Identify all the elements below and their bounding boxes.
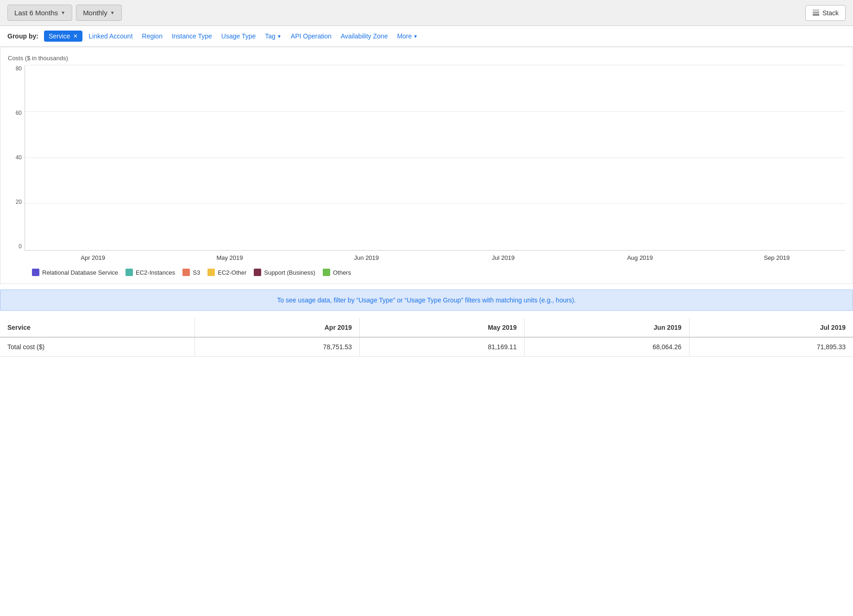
time-range-label: Last 6 Months (14, 9, 58, 17)
month-label-4: Aug 2019 (571, 251, 708, 261)
legend-color-ec2 (125, 269, 133, 276)
gridline-80 (25, 65, 845, 65)
chart-bars-area (25, 65, 845, 251)
y-tick-20: 20 (8, 199, 22, 205)
granularity-label: Monthly (83, 9, 107, 17)
bar-group-0 (25, 65, 162, 250)
y-axis: 0 20 40 60 80 (8, 65, 25, 251)
filter-more[interactable]: More ▼ (394, 31, 420, 42)
gridline-20 (25, 203, 845, 204)
legend-color-rds (32, 269, 39, 276)
table-header-row: Service Apr 2019 May 2019 Jun 2019 Jul 2… (0, 318, 853, 337)
month-label-1: May 2019 (161, 251, 298, 261)
chart-legend: Relational Database Service EC2-Instance… (8, 261, 845, 283)
groupby-row: Group by: Service ✕ Linked Account Regio… (0, 26, 853, 47)
legend-label-ec2other: EC2-Other (218, 269, 246, 276)
legend-color-support (254, 269, 261, 276)
month-label-3: Jul 2019 (435, 251, 571, 261)
table-row: Total cost ($)78,751.5381,169.1168,064.2… (0, 337, 853, 357)
month-label-0: Apr 2019 (25, 251, 161, 261)
col-may: May 2019 (359, 318, 524, 337)
y-tick-40: 40 (8, 154, 22, 161)
legend-rds: Relational Database Service (32, 269, 118, 276)
stack-label: Stack (822, 9, 839, 17)
tag-caret: ▼ (277, 34, 282, 39)
chart-section: Costs ($ in thousands) 0 20 40 60 80 Apr… (0, 47, 853, 284)
info-banner: To see usage data, filter by “Usage Type… (0, 289, 853, 311)
filter-usage-type[interactable]: Usage Type (219, 31, 258, 42)
col-apr: Apr 2019 (195, 318, 360, 337)
y-tick-0: 0 (8, 243, 22, 250)
cell-apr-0: 78,751.53 (195, 337, 360, 357)
col-jun: Jun 2019 (524, 318, 689, 337)
cell-jul-0: 71,895.33 (689, 337, 853, 357)
legend-color-s3 (182, 269, 190, 276)
gridline-60 (25, 111, 845, 112)
chart-wrapper: 0 20 40 60 80 Apr 2019May 2019Jun 2019Ju… (8, 65, 845, 261)
legend-label-others: Others (333, 269, 351, 276)
legend-label-rds: Relational Database Service (42, 269, 118, 276)
bar-group-2 (298, 65, 435, 250)
groupby-remove-tag[interactable]: ✕ (73, 33, 78, 39)
stack-button[interactable]: Stack (805, 5, 846, 21)
bar-group-3 (435, 65, 572, 250)
toolbar: Last 6 Months ▼ Monthly ▼ Stack (0, 0, 853, 26)
bar-group-1 (162, 65, 298, 250)
col-jul: Jul 2019 (689, 318, 853, 337)
time-range-dropdown[interactable]: Last 6 Months ▼ (7, 5, 72, 21)
granularity-caret: ▼ (110, 10, 115, 15)
filter-api-operation[interactable]: API Operation (288, 31, 334, 42)
cell-service-0: Total cost ($) (0, 337, 195, 357)
filter-instance-type[interactable]: Instance Type (169, 31, 215, 42)
legend-label-ec2: EC2-Instances (136, 269, 175, 276)
toolbar-left: Last 6 Months ▼ Monthly ▼ (7, 5, 122, 21)
legend-support: Support (Business) (254, 269, 315, 276)
filter-linked-account[interactable]: Linked Account (86, 31, 136, 42)
bar-group-4 (572, 65, 709, 250)
data-table: Service Apr 2019 May 2019 Jun 2019 Jul 2… (0, 318, 853, 357)
svg-rect-0 (813, 14, 819, 16)
legend-s3: S3 (182, 269, 200, 276)
chart-y-label: Costs ($ in thousands) (8, 55, 845, 62)
y-tick-60: 60 (8, 110, 22, 116)
y-tick-80: 80 (8, 65, 22, 72)
info-banner-text: To see usage data, filter by “Usage Type… (277, 296, 576, 304)
filter-tag[interactable]: Tag ▼ (262, 31, 284, 42)
legend-label-support: Support (Business) (264, 269, 315, 276)
granularity-dropdown[interactable]: Monthly ▼ (76, 5, 121, 21)
filter-region[interactable]: Region (139, 31, 165, 42)
bar-group-5 (709, 65, 845, 250)
legend-ec2other: EC2-Other (207, 269, 246, 276)
groupby-active-tag[interactable]: Service ✕ (44, 31, 82, 42)
time-range-caret: ▼ (61, 10, 65, 15)
groupby-active-tag-label: Service (49, 32, 70, 40)
col-service: Service (0, 318, 195, 337)
svg-rect-2 (813, 9, 819, 11)
chart-plot: Apr 2019May 2019Jun 2019Jul 2019Aug 2019… (25, 65, 845, 261)
legend-color-ec2other (207, 269, 215, 276)
legend-label-s3: S3 (193, 269, 200, 276)
svg-rect-1 (813, 12, 819, 13)
cell-jun-0: 68,064.26 (524, 337, 689, 357)
month-label-2: Jun 2019 (298, 251, 435, 261)
groupby-label: Group by: (7, 32, 38, 40)
legend-ec2: EC2-Instances (125, 269, 175, 276)
month-label-5: Sep 2019 (709, 251, 845, 261)
legend-others: Others (323, 269, 351, 276)
gridline-40 (25, 157, 845, 158)
stack-icon (812, 9, 820, 17)
more-caret: ▼ (413, 34, 418, 39)
legend-color-others (323, 269, 330, 276)
cell-may-0: 81,169.11 (359, 337, 524, 357)
filter-availability-zone[interactable]: Availability Zone (338, 31, 391, 42)
